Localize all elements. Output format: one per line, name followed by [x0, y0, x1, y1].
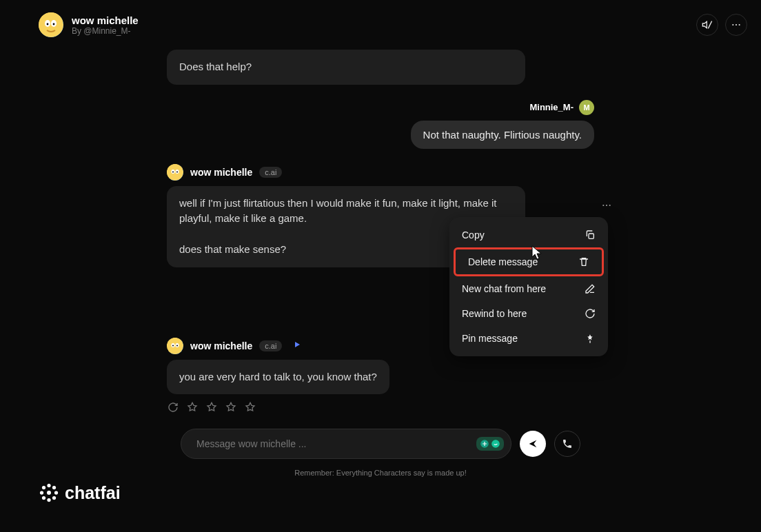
character-avatar-small[interactable] — [167, 338, 183, 354]
edit-icon — [585, 283, 596, 294]
svg-point-27 — [47, 498, 50, 502]
svg-point-13 — [176, 171, 178, 172]
bot-message: Does that help? — [167, 50, 594, 85]
message-options-button[interactable] — [597, 196, 616, 215]
svg-point-0 — [39, 12, 63, 37]
character-avatar[interactable] — [39, 12, 63, 37]
svg-rect-17 — [589, 234, 593, 238]
star-1[interactable] — [186, 401, 199, 413]
header: wow michelle By @Minnie_M- — [0, 0, 761, 43]
svg-point-14 — [602, 204, 604, 205]
trash-icon — [578, 256, 589, 267]
star-4[interactable] — [244, 401, 256, 413]
disclaimer: Remember: Everything Characters say is m… — [167, 469, 594, 477]
copy-icon — [585, 229, 596, 241]
composer — [181, 429, 580, 459]
svg-point-29 — [54, 491, 58, 494]
grammarly-badge[interactable] — [476, 437, 504, 451]
voice-toggle-button[interactable] — [696, 14, 718, 36]
svg-point-32 — [42, 496, 45, 500]
bot-name: wow michelle — [190, 340, 252, 351]
message-line: does that make sense? — [179, 243, 286, 255]
message-bubble: Does that help? — [167, 50, 525, 85]
play-icon[interactable] — [293, 340, 301, 351]
svg-point-3 — [47, 23, 49, 25]
svg-point-9 — [167, 164, 183, 181]
ctx-label: New chat from here — [462, 283, 546, 294]
chat-column: Does that help? Minnie_M- M Not that nau… — [167, 43, 594, 477]
character-name: wow michelle — [72, 14, 139, 26]
message-line: well if I'm just flirtatious then I woul… — [179, 197, 497, 225]
message-bubble: you are very hard to talk to, you know t… — [167, 360, 389, 395]
svg-point-7 — [735, 24, 737, 25]
user-name: Minnie_M- — [529, 102, 574, 112]
send-button[interactable] — [520, 431, 546, 457]
cai-badge: c.ai — [259, 340, 282, 351]
ctx-delete[interactable]: Delete message — [454, 247, 604, 276]
ctx-label: Delete message — [468, 256, 538, 267]
rewind-icon — [585, 308, 596, 319]
brand-icon — [39, 482, 59, 503]
star-2[interactable] — [205, 401, 218, 413]
svg-point-12 — [172, 171, 174, 172]
ctx-rewind[interactable]: Rewind to here — [449, 301, 608, 326]
byline: By @Minnie_M- — [72, 26, 139, 36]
ctx-pin[interactable]: Pin message — [449, 326, 608, 351]
cai-badge: c.ai — [259, 167, 282, 178]
input-pill[interactable] — [181, 429, 511, 459]
svg-point-15 — [606, 204, 607, 205]
pin-icon — [585, 333, 596, 344]
user-message-group: Minnie_M- M Not that naughty. Flirtious … — [167, 100, 594, 149]
svg-point-4 — [53, 23, 55, 25]
header-left: wow michelle By @Minnie_M- — [39, 12, 139, 37]
svg-point-33 — [52, 496, 56, 500]
ctx-label: Copy — [462, 229, 485, 241]
svg-point-26 — [47, 484, 50, 487]
more-button[interactable] — [725, 14, 747, 36]
character-avatar-small[interactable] — [167, 164, 183, 181]
regenerate-button[interactable] — [167, 401, 179, 413]
svg-point-31 — [52, 486, 56, 489]
svg-point-28 — [40, 491, 43, 494]
svg-point-18 — [167, 338, 183, 354]
svg-point-24 — [491, 440, 500, 448]
ctx-copy[interactable]: Copy — [449, 223, 608, 247]
rating-row — [167, 401, 594, 413]
brand-text: chatfai — [65, 483, 121, 503]
message-input[interactable] — [196, 438, 476, 449]
svg-point-25 — [47, 491, 51, 495]
bot-name: wow michelle — [190, 167, 252, 178]
ctx-label: Pin message — [462, 333, 518, 344]
call-button[interactable] — [554, 431, 580, 457]
svg-point-30 — [42, 486, 45, 489]
context-menu: Copy Delete message New chat from here R… — [449, 217, 608, 356]
brand-logo[interactable]: chatfai — [39, 482, 121, 503]
svg-point-22 — [176, 345, 178, 346]
user-avatar[interactable]: M — [579, 100, 594, 115]
message-bubble: Not that naughty. Flirtious naughty. — [411, 121, 594, 149]
bot-message: wow michelle c.ai well if I'm just flirt… — [167, 164, 594, 267]
svg-point-21 — [172, 345, 174, 346]
ctx-label: Rewind to here — [462, 308, 527, 319]
svg-point-6 — [732, 24, 733, 25]
star-3[interactable] — [225, 401, 237, 413]
svg-point-16 — [609, 204, 611, 205]
ctx-new-chat[interactable]: New chat from here — [449, 276, 608, 301]
svg-point-8 — [739, 24, 740, 25]
svg-line-5 — [708, 21, 711, 29]
